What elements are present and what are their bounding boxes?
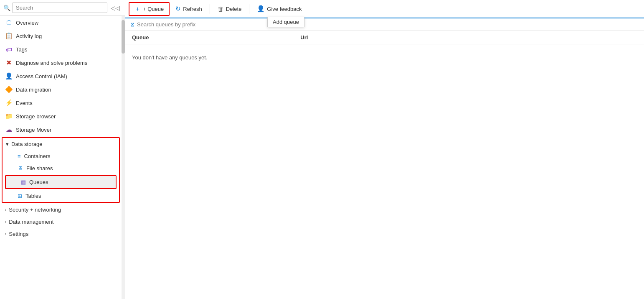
sidebar-item-diagnose-label: Diagnose and solve problems [16, 60, 87, 66]
tags-icon: 🏷 [5, 46, 13, 53]
storage-browser-icon: 📁 [5, 112, 13, 120]
sidebar: 🔍 ◁◁ ⬡ Overview 📋 Activity log 🏷 Tags ✖ [0, 0, 125, 299]
sidebar-search-bar: 🔍 ◁◁ [0, 0, 125, 16]
delete-button[interactable]: 🗑 Delete [212, 3, 248, 15]
main-content: ＋ + Queue Add queue ↻ Refresh 🗑 Delete 👤… [125, 0, 644, 299]
sidebar-item-tables-label: Tables [25, 193, 41, 199]
activity-log-icon: 📋 [5, 32, 13, 40]
sidebar-item-queues-label: Queues [29, 179, 48, 185]
table-empty-state: You don't have any queues yet. [125, 44, 644, 71]
sidebar-item-file-shares-label: File shares [26, 165, 53, 171]
sidebar-item-queues[interactable]: ▦ Queues [5, 175, 117, 189]
sidebar-item-overview-label: Overview [16, 20, 38, 26]
toolbar-separator-2 [249, 4, 249, 14]
sidebar-item-tags-label: Tags [16, 46, 27, 53]
tables-icon: ⊞ [18, 193, 22, 199]
table-header: Queue Url [125, 31, 644, 44]
sidebar-item-containers[interactable]: ≡ Containers [3, 150, 119, 162]
file-shares-icon: 🖥 [18, 165, 23, 171]
sidebar-item-settings[interactable]: › Settings [0, 228, 122, 240]
sidebar-item-data-management-label: Data management [9, 219, 53, 225]
queue-search-input[interactable] [137, 21, 639, 28]
toolbar-separator-1 [210, 4, 210, 14]
sidebar-inner: ⬡ Overview 📋 Activity log 🏷 Tags ✖ Diagn… [0, 16, 125, 299]
queues-icon: ▦ [21, 179, 26, 185]
sidebar-item-settings-label: Settings [9, 231, 28, 237]
sidebar-item-diagnose[interactable]: ✖ Diagnose and solve problems [0, 56, 122, 69]
sidebar-item-security-networking-label: Security + networking [9, 207, 61, 213]
sidebar-item-storage-mover[interactable]: ☁ Storage Mover [0, 123, 122, 136]
sidebar-scrollbar[interactable] [122, 16, 125, 299]
sidebar-item-iam-label: Access Control (IAM) [16, 73, 67, 79]
sidebar-collapse-button[interactable]: ◁◁ [109, 3, 122, 13]
sidebar-item-overview[interactable]: ⬡ Overview [0, 16, 122, 29]
data-storage-header[interactable]: ▾ Data storage [3, 138, 119, 150]
add-queue-tooltip-text: Add queue [273, 19, 299, 25]
sidebar-item-containers-label: Containers [24, 153, 51, 159]
security-networking-chevron: › [5, 207, 6, 212]
toolbar: ＋ + Queue Add queue ↻ Refresh 🗑 Delete 👤… [125, 0, 644, 18]
empty-message: You don't have any queues yet. [132, 54, 208, 61]
sidebar-item-storage-browser[interactable]: 📁 Storage browser [0, 110, 122, 123]
sidebar-search-input[interactable] [12, 3, 107, 13]
sidebar-item-security-networking[interactable]: › Security + networking [0, 204, 122, 216]
column-header-queue: Queue [132, 34, 300, 41]
containers-icon: ≡ [18, 153, 21, 159]
iam-icon: 👤 [5, 72, 13, 80]
refresh-icon: ↻ [175, 5, 181, 13]
sidebar-item-migration-label: Data migration [16, 87, 51, 93]
sidebar-item-events[interactable]: ⚡ Events [0, 96, 122, 110]
migration-icon: 🔶 [5, 86, 13, 93]
add-icon: ＋ [134, 5, 141, 13]
sidebar-item-storage-browser-label: Storage browser [16, 113, 56, 120]
sidebar-item-data-management[interactable]: › Data management [0, 216, 122, 228]
filter-icon: ⧖ [130, 21, 134, 28]
events-icon: ⚡ [5, 99, 13, 107]
storage-mover-icon: ☁ [5, 126, 13, 133]
sidebar-item-events-label: Events [16, 100, 33, 106]
add-queue-tooltip: Add queue [267, 17, 304, 27]
sidebar-scrollbar-thumb[interactable] [122, 20, 125, 54]
diagnose-icon: ✖ [5, 59, 13, 66]
data-storage-label: Data storage [11, 141, 42, 147]
sidebar-item-migration[interactable]: 🔶 Data migration [0, 83, 122, 96]
overview-icon: ⬡ [5, 19, 13, 26]
queue-search-bar: ⧖ [125, 18, 644, 31]
column-header-url: Url [300, 34, 637, 41]
data-storage-group: ▾ Data storage ≡ Containers 🖥 File share… [2, 137, 120, 203]
sidebar-item-file-shares[interactable]: 🖥 File shares [3, 162, 119, 174]
give-feedback-label: Give feedback [267, 6, 302, 12]
sidebar-item-iam[interactable]: 👤 Access Control (IAM) [0, 69, 122, 83]
sidebar-content: ⬡ Overview 📋 Activity log 🏷 Tags ✖ Diagn… [0, 16, 122, 299]
add-queue-label: + Queue [143, 6, 164, 12]
sidebar-item-activity-log-label: Activity log [16, 33, 42, 39]
data-management-chevron: › [5, 220, 6, 224]
add-queue-button[interactable]: ＋ + Queue [129, 2, 170, 16]
refresh-button[interactable]: ↻ Refresh [170, 2, 208, 15]
delete-label: Delete [226, 6, 242, 12]
search-icon: 🔍 [3, 5, 10, 11]
give-feedback-button[interactable]: 👤 Give feedback [251, 2, 307, 15]
sidebar-item-activity-log[interactable]: 📋 Activity log [0, 29, 122, 43]
sidebar-item-storage-mover-label: Storage Mover [16, 127, 51, 133]
sidebar-item-tables[interactable]: ⊞ Tables [3, 190, 119, 202]
feedback-icon: 👤 [257, 5, 265, 13]
data-storage-chevron: ▾ [6, 141, 9, 147]
delete-icon: 🗑 [218, 5, 224, 13]
sidebar-item-tags[interactable]: 🏷 Tags [0, 43, 122, 56]
settings-chevron: › [5, 232, 6, 236]
refresh-label: Refresh [183, 6, 202, 12]
